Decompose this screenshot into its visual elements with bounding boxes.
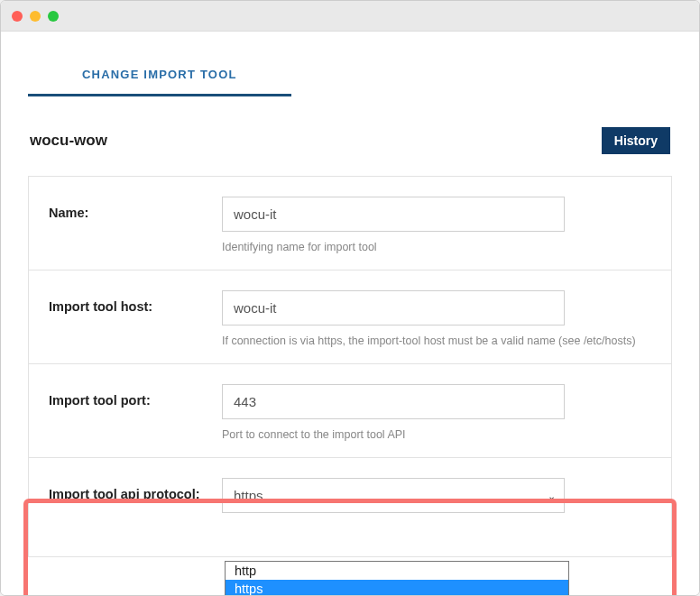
protocol-option-https[interactable]: https xyxy=(226,580,568,595)
help-port: Port to connect to the import tool API xyxy=(222,428,651,441)
row-name: Name: Identifying name for import tool xyxy=(29,177,671,270)
window-titlebar xyxy=(1,1,699,32)
label-name: Name: xyxy=(49,197,222,220)
help-name: Identifying name for import tool xyxy=(222,241,651,253)
app-window: CHANGE IMPORT TOOL wocu-wow History Name… xyxy=(0,0,700,596)
protocol-select[interactable]: https xyxy=(222,478,565,513)
label-protocol: Import tool api protocol: xyxy=(49,478,222,501)
row-protocol: Import tool api protocol: https ⌄ xyxy=(29,458,671,556)
label-host: Import tool host: xyxy=(49,290,222,314)
content-area: CHANGE IMPORT TOOL wocu-wow History Name… xyxy=(1,32,699,595)
host-input[interactable] xyxy=(222,290,565,326)
window-minimize-icon[interactable] xyxy=(30,11,41,22)
protocol-dropdown-list[interactable]: http https xyxy=(225,561,569,595)
tab-change-import-tool[interactable]: CHANGE IMPORT TOOL xyxy=(28,55,291,96)
page-title: wocu-wow xyxy=(30,132,107,150)
port-input[interactable] xyxy=(222,384,565,419)
history-button[interactable]: History xyxy=(602,127,670,154)
row-port: Import tool port: Port to connect to the… xyxy=(29,364,671,458)
window-close-icon[interactable] xyxy=(12,11,23,22)
row-host: Import tool host: If connection is via h… xyxy=(29,270,671,364)
help-host: If connection is via https, the import-t… xyxy=(222,335,651,347)
window-maximize-icon[interactable] xyxy=(48,11,59,22)
protocol-option-http[interactable]: http xyxy=(226,562,568,580)
name-input[interactable] xyxy=(222,197,565,232)
tab-bar: CHANGE IMPORT TOOL xyxy=(28,55,672,96)
label-port: Import tool port: xyxy=(49,384,222,408)
form-panel: Name: Identifying name for import tool I… xyxy=(28,176,672,557)
header-row: wocu-wow History xyxy=(28,127,672,154)
